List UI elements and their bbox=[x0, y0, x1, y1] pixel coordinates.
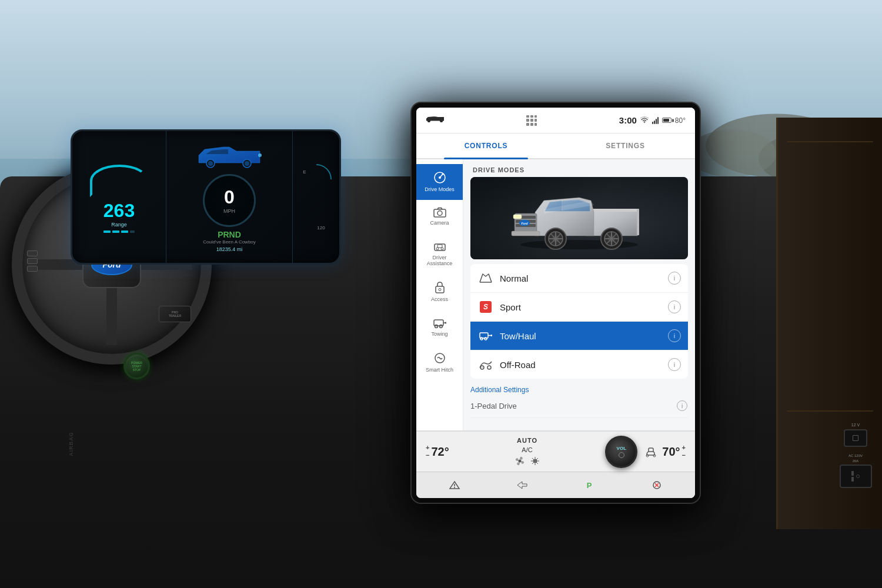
power-outlet-area: 12 V bbox=[841, 423, 870, 447]
vol-label: VOL bbox=[617, 446, 626, 451]
tow-haul-info-button[interactable]: i bbox=[668, 329, 681, 342]
sidebar-item-camera[interactable]: Camera bbox=[416, 200, 463, 233]
svg-point-30 bbox=[439, 325, 442, 328]
speedometer: 0 MPH bbox=[203, 174, 256, 227]
tow-haul-icon bbox=[479, 330, 492, 341]
vehicle-image: Ford bbox=[470, 177, 688, 259]
seat-heat-icon[interactable] bbox=[644, 446, 657, 457]
sport-mode-icon-area: S bbox=[477, 301, 494, 313]
svg-rect-42 bbox=[512, 231, 540, 236]
drive-modes-list: Normal i S Sport i bbox=[463, 264, 695, 379]
grid-menu-icon[interactable] bbox=[526, 115, 537, 126]
range-number: 263 bbox=[103, 200, 135, 222]
ac-outlet bbox=[840, 465, 872, 488]
access-icon bbox=[435, 281, 445, 294]
svg-point-27 bbox=[439, 289, 441, 291]
svg-point-62 bbox=[480, 338, 483, 340]
battery-status-icon bbox=[662, 118, 671, 123]
normal-mode-label: Normal bbox=[500, 273, 668, 283]
arrow-icon bbox=[516, 480, 528, 490]
left-temp-minus-button[interactable]: − bbox=[426, 452, 429, 459]
one-pedal-info[interactable]: i bbox=[676, 400, 688, 412]
ac-label: A/C bbox=[522, 446, 532, 453]
tab-navigation: CONTROLS SETTINGS bbox=[416, 133, 695, 159]
sidebar-navigation: Drive Modes Camera bbox=[416, 159, 463, 430]
temperature-display: 80° bbox=[675, 116, 686, 125]
svg-point-63 bbox=[485, 338, 487, 340]
sport-info-button[interactable]: i bbox=[668, 300, 681, 313]
power-start-stop-button[interactable]: POWER START STOP bbox=[123, 353, 150, 379]
bottom-function-bar: P bbox=[416, 472, 695, 498]
svg-text:E: E bbox=[303, 169, 306, 175]
drive-modes-icon bbox=[433, 171, 446, 184]
drive-mode-sport[interactable]: S Sport i bbox=[470, 293, 688, 322]
pro-trailer-label: PROTRAILER bbox=[169, 310, 181, 318]
sidebar-item-access[interactable]: Access bbox=[416, 274, 463, 310]
right-temp-buttons: + − bbox=[682, 445, 686, 459]
sidebar-item-driver-assistance[interactable]: Driver Assistance bbox=[416, 233, 463, 275]
right-climate-area: 70° + − bbox=[644, 445, 686, 459]
fan-icon[interactable] bbox=[514, 456, 525, 466]
sidebar-item-drive-modes[interactable]: Drive Modes bbox=[416, 164, 463, 200]
tab-settings[interactable]: SETTINGS bbox=[556, 133, 695, 158]
right-temp-plus-button[interactable]: + bbox=[682, 445, 686, 451]
vehicle-illustration: Ford bbox=[503, 183, 656, 253]
svg-rect-26 bbox=[436, 286, 444, 293]
access-label: Access bbox=[431, 296, 448, 303]
right-temperature-display: 70° bbox=[662, 445, 680, 459]
speed-unit: MPH bbox=[223, 208, 235, 214]
off-road-mode-icon-area bbox=[477, 359, 494, 370]
svg-point-29 bbox=[435, 325, 437, 328]
tow-haul-mode-label: Tow/Haul bbox=[500, 331, 668, 341]
svg-point-19 bbox=[442, 173, 443, 175]
svg-rect-37 bbox=[637, 209, 639, 235]
status-bar-left bbox=[426, 115, 445, 126]
right-temp-minus-button[interactable]: − bbox=[682, 452, 686, 459]
svg-text:P: P bbox=[587, 481, 592, 490]
off-road-info-button[interactable]: i bbox=[668, 358, 681, 371]
towing-label: Towing bbox=[431, 331, 447, 338]
pro-trailer-button[interactable]: PROTRAILER bbox=[159, 306, 191, 322]
status-bar-right: 3:00 80° bbox=[619, 115, 686, 125]
charge-indicator bbox=[103, 230, 135, 233]
cluster-center: 0 MPH PRND Could've Been A Cowboy 18235.… bbox=[166, 142, 292, 252]
speed-arc-svg: 120 E bbox=[299, 159, 334, 235]
sidebar-item-towing[interactable]: Towing bbox=[416, 310, 463, 345]
left-temp-buttons: + − bbox=[426, 445, 429, 459]
svg-rect-44 bbox=[513, 215, 522, 219]
bottom-icon-3[interactable]: P bbox=[583, 480, 595, 490]
range-display-section: 263 Range bbox=[72, 131, 166, 263]
climate-icons-row bbox=[514, 456, 540, 466]
volume-knob[interactable]: VOL bbox=[605, 436, 637, 468]
ac-outlet-area: AC 120V 20A bbox=[835, 454, 876, 488]
defrost-icon[interactable] bbox=[530, 456, 540, 466]
left-temperature-display: 72° bbox=[431, 445, 449, 459]
main-panel: DRIVE MODES bbox=[463, 159, 695, 430]
normal-info-button[interactable]: i bbox=[668, 272, 681, 285]
camera-icon bbox=[433, 207, 446, 218]
off-icon bbox=[651, 480, 663, 490]
tab-controls[interactable]: CONTROLS bbox=[416, 133, 556, 158]
additional-settings-title[interactable]: Additional Settings bbox=[470, 386, 688, 394]
svg-point-68 bbox=[518, 460, 521, 463]
drive-mode-tow-haul[interactable]: Tow/Haul i bbox=[470, 322, 688, 350]
svg-point-32 bbox=[445, 322, 446, 323]
svg-text:Ford: Ford bbox=[521, 222, 528, 225]
bottom-icon-1[interactable] bbox=[449, 480, 460, 490]
bottom-icon-4[interactable] bbox=[651, 480, 663, 490]
driver-assistance-label: Driver Assistance bbox=[420, 255, 459, 268]
sidebar-item-smart-hitch[interactable]: Smart Hitch bbox=[416, 345, 463, 380]
bottom-icon-2[interactable] bbox=[516, 480, 528, 490]
tablet-container: 3:00 80° bbox=[412, 103, 700, 503]
svg-rect-25 bbox=[437, 245, 442, 248]
truck-graphic bbox=[194, 142, 265, 172]
left-temp-plus-button[interactable]: + bbox=[426, 445, 429, 451]
hazard-icon bbox=[449, 480, 460, 490]
additional-settings-section: Additional Settings 1-Pedal Drive i bbox=[463, 379, 695, 420]
smart-hitch-label: Smart Hitch bbox=[426, 367, 453, 373]
svg-point-12 bbox=[245, 161, 249, 166]
drive-mode-off-road[interactable]: Off-Road i bbox=[470, 350, 688, 379]
time-display: 3:00 bbox=[619, 115, 637, 125]
sport-mode-label: Sport bbox=[500, 302, 668, 312]
drive-mode-normal[interactable]: Normal i bbox=[470, 264, 688, 293]
